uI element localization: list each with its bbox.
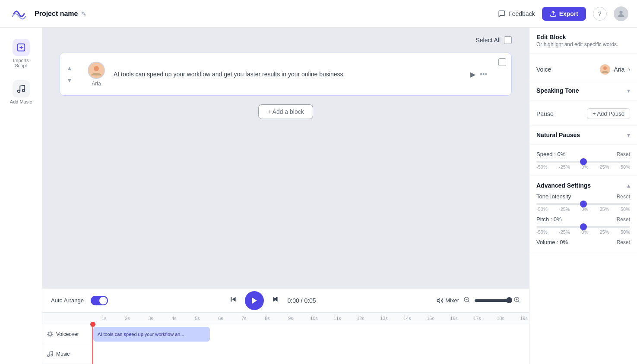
main-layout: Imports Script Add Music Select All ▲ ▼	[0, 28, 637, 364]
volume-reset-button[interactable]: Reset	[617, 239, 630, 245]
pause-section: Pause + Add Pause	[529, 100, 637, 126]
edit-project-icon[interactable]: ✎	[81, 10, 86, 17]
export-button[interactable]: Export	[542, 7, 586, 21]
speed-reset-button[interactable]: Reset	[617, 151, 630, 157]
timeline-area: 1s 2s 3s 4s 5s 6s 7s 8s 9s 10s 11s 12s 1…	[42, 312, 529, 364]
add-music-icon	[13, 80, 30, 97]
center-content: Select All ▲ ▼	[42, 28, 529, 364]
speed-thumb[interactable]	[580, 158, 587, 165]
timeline-mark: 9s	[279, 316, 302, 321]
timeline-mark: 7s	[232, 316, 256, 321]
svg-marker-8	[252, 297, 257, 304]
voice-label: Voice	[536, 66, 551, 73]
speed-slider[interactable]	[536, 161, 630, 163]
block-actions: ▶ •••	[470, 70, 504, 78]
select-all-bar: Select All	[60, 36, 512, 44]
timeline-mark: 8s	[256, 316, 279, 321]
tone-intensity-slider[interactable]	[536, 203, 630, 205]
pitch-thumb[interactable]	[580, 223, 587, 230]
chevron-down-icon-2: ▾	[627, 132, 630, 138]
pitch-header: Pitch : 0% Reset	[536, 216, 630, 223]
mixer-label: Mixer	[437, 297, 459, 304]
speaking-tone-section: Speaking Tone ▾	[529, 81, 637, 100]
arrow-down-button[interactable]: ▼	[64, 75, 75, 85]
timeline-mark: 16s	[442, 316, 466, 321]
tone-thumb[interactable]	[580, 201, 587, 207]
sidebar-item-imports-script[interactable]: Imports Script	[4, 35, 38, 72]
advanced-header[interactable]: Advanced Settings ▴	[536, 182, 630, 189]
timeline-mark: 13s	[372, 316, 396, 321]
block-checkbox[interactable]	[498, 58, 506, 66]
pitch-container: Pitch : 0% Reset -50% -25% 0% 25% 50%	[536, 216, 630, 235]
advanced-settings-section: Advanced Settings ▴ Tone Intensity Reset…	[529, 176, 637, 255]
voice-value[interactable]: Aria ›	[600, 64, 630, 75]
timeline-mark: 6s	[209, 316, 232, 321]
project-info: Project name ✎	[29, 10, 498, 18]
block-text[interactable]: AI tools can speed up your workflow and …	[114, 70, 463, 79]
app-logo	[9, 6, 29, 22]
pitch-slider[interactable]	[536, 226, 630, 228]
playhead-dot	[90, 322, 95, 327]
sidebar-item-add-music[interactable]: Add Music	[4, 76, 38, 109]
timeline-mark: 17s	[466, 316, 489, 321]
music-track-label[interactable]: Music	[42, 344, 92, 364]
block-more-icon[interactable]: •••	[480, 70, 487, 78]
skip-back-button[interactable]	[228, 295, 238, 306]
pitch-reset-button[interactable]: Reset	[617, 217, 630, 223]
play-main-button[interactable]	[245, 291, 264, 310]
timeline-mark: 2s	[116, 316, 139, 321]
speaking-tone-header[interactable]: Speaking Tone ▾	[536, 87, 630, 94]
block-content: Aria AI tools can speed up your workflow…	[79, 53, 511, 95]
bottom-controls: Auto Arrange	[42, 288, 529, 312]
tone-intensity-header: Tone Intensity Reset	[536, 193, 630, 200]
help-button[interactable]: ?	[593, 7, 607, 21]
timeline-ruler: 1s 2s 3s 4s 5s 6s 7s 8s 9s 10s 11s 12s 1…	[42, 313, 529, 324]
skip-forward-button[interactable]	[271, 295, 280, 306]
chevron-up-icon: ▴	[627, 182, 630, 189]
avatar-button[interactable]	[614, 6, 628, 21]
voiceover-track-label[interactable]: Voiceover	[42, 324, 92, 344]
add-block-button[interactable]: + Add a block	[258, 104, 313, 119]
svg-point-4	[17, 90, 20, 93]
tone-intensity-container: Tone Intensity Reset -50% -25% 0% 25% 50…	[536, 193, 630, 212]
zoom-out-button[interactable]	[463, 296, 470, 304]
arrow-up-button[interactable]: ▲	[64, 63, 75, 73]
imports-script-icon	[13, 39, 30, 56]
block-card: ▲ ▼ Aria AI tools can	[60, 53, 512, 96]
mixer-area: Mixer	[437, 296, 520, 304]
svg-point-18	[48, 355, 49, 357]
speed-section: Speed : 0% Reset -50% -25% 0% 25% 50%	[529, 145, 637, 176]
timeline-mark: 18s	[489, 316, 512, 321]
auto-arrange-toggle[interactable]	[91, 296, 108, 305]
add-pause-button[interactable]: + Add Pause	[587, 108, 630, 119]
voiceover-track-block[interactable]: AI tools can speed up your workflow an..…	[93, 327, 210, 342]
timeline-mark: 19s	[512, 316, 529, 321]
pause-label: Pause	[536, 110, 554, 117]
block-play-icon[interactable]: ▶	[470, 70, 475, 78]
pause-row: Pause + Add Pause	[536, 108, 630, 119]
speaker-avatar	[88, 62, 105, 79]
zoom-in-button[interactable]	[513, 296, 520, 304]
svg-line-11	[468, 301, 469, 302]
timeline-mark: 14s	[396, 316, 419, 321]
timeline-mark: 1s	[92, 316, 116, 321]
select-all-checkbox[interactable]	[504, 36, 512, 44]
timeline-mark: 5s	[186, 316, 209, 321]
svg-point-21	[603, 66, 607, 70]
add-music-label: Add Music	[10, 99, 32, 104]
speed-title: Speed : 0%	[536, 151, 565, 157]
speaker-column: Aria	[86, 62, 107, 87]
header-actions: Feedback Export ?	[498, 6, 628, 21]
timeline-mark: 12s	[349, 316, 372, 321]
mixer-slider-thumb	[506, 297, 512, 303]
natural-pauses-header[interactable]: Natural Pauses ▾	[536, 132, 630, 138]
svg-point-5	[22, 89, 25, 92]
select-all-label: Select All	[475, 37, 501, 44]
svg-line-14	[518, 301, 520, 302]
mixer-slider[interactable]	[475, 299, 509, 302]
tone-reset-button[interactable]: Reset	[617, 194, 630, 200]
svg-point-17	[49, 333, 52, 336]
feedback-button[interactable]: Feedback	[498, 10, 535, 18]
voice-section: Voice Aria ›	[529, 54, 637, 81]
toggle-knob	[99, 297, 107, 304]
